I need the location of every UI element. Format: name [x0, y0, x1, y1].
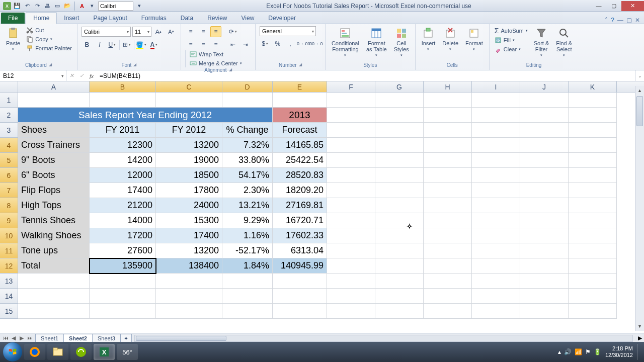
- cell-H1[interactable]: [424, 93, 472, 108]
- cell-D4[interactable]: 7.32%: [222, 138, 273, 153]
- cell-E1[interactable]: [273, 93, 327, 108]
- sheet-last-icon[interactable]: ⏭: [26, 335, 33, 341]
- help-icon[interactable]: ?: [611, 17, 614, 24]
- taskbar-clock[interactable]: 2:18 PM 12/30/2012: [605, 345, 633, 358]
- column-header-H[interactable]: H: [424, 81, 472, 92]
- format-cells-button[interactable]: Format▾: [463, 26, 485, 52]
- cell-G5[interactable]: [375, 153, 424, 168]
- cell-C3[interactable]: FY 2012: [156, 123, 222, 138]
- cell-I8[interactable]: [472, 198, 520, 213]
- cell-C5[interactable]: 19000: [156, 153, 222, 168]
- cell-D15[interactable]: [222, 304, 273, 319]
- column-header-D[interactable]: D: [222, 81, 273, 92]
- cell-J1[interactable]: [520, 93, 569, 108]
- cell-F9[interactable]: [327, 213, 375, 228]
- align-middle-icon[interactable]: ≡: [198, 26, 209, 37]
- cell-H11[interactable]: [424, 243, 472, 258]
- fill-color-icon[interactable]: 🪣: [136, 39, 147, 50]
- cell-K13[interactable]: [569, 274, 617, 289]
- cell-H3[interactable]: [424, 123, 472, 138]
- cell-A12[interactable]: Total: [18, 258, 90, 274]
- file-tab[interactable]: File: [1, 13, 25, 24]
- cell-D11[interactable]: -52.17%: [222, 243, 273, 258]
- cell-C1[interactable]: [156, 93, 222, 108]
- row-header-2[interactable]: 2: [0, 108, 18, 123]
- cell-I5[interactable]: [472, 153, 520, 168]
- column-header-E[interactable]: E: [273, 81, 327, 92]
- align-left-icon[interactable]: ≡: [185, 39, 196, 50]
- cell-J14[interactable]: [520, 289, 569, 304]
- tab-page-layout[interactable]: Page Layout: [86, 13, 134, 24]
- cell-I1[interactable]: [472, 93, 520, 108]
- format-as-table-button[interactable]: Format as Table▾: [364, 26, 389, 58]
- cell-J15[interactable]: [520, 304, 569, 319]
- name-box[interactable]: B12: [0, 70, 66, 81]
- cell-E2[interactable]: 2013: [273, 108, 327, 123]
- sheet-tab-1[interactable]: Sheet1: [35, 334, 64, 342]
- cell-D1[interactable]: [222, 93, 273, 108]
- qat-dropdown2-icon[interactable]: ▾: [135, 2, 143, 10]
- cell-B13[interactable]: [90, 274, 156, 289]
- cell-K6[interactable]: [569, 168, 617, 183]
- cell-J6[interactable]: [520, 168, 569, 183]
- cell-B8[interactable]: 21200: [90, 198, 156, 213]
- cell-C8[interactable]: 24000: [156, 198, 222, 213]
- tab-home[interactable]: Home: [26, 12, 57, 24]
- cell-H15[interactable]: [424, 304, 472, 319]
- cell-A5[interactable]: 9" Boots: [18, 153, 90, 168]
- sheet-tab-3[interactable]: Sheet3: [92, 334, 121, 342]
- cell-G14[interactable]: [375, 289, 424, 304]
- paste-button[interactable]: Paste ▾: [4, 26, 22, 52]
- cell-B5[interactable]: 14200: [90, 153, 156, 168]
- cell-J2[interactable]: [520, 108, 569, 123]
- cell-I4[interactable]: [472, 138, 520, 153]
- new-sheet-button[interactable]: ✦: [120, 334, 132, 343]
- cell-F15[interactable]: [327, 304, 375, 319]
- cell-B1[interactable]: [90, 93, 156, 108]
- cell-A14[interactable]: [18, 289, 90, 304]
- cell-G9[interactable]: [375, 213, 424, 228]
- cell-H12[interactable]: [424, 258, 472, 274]
- cell-B10[interactable]: 17200: [90, 228, 156, 243]
- cell-styles-button[interactable]: Cell Styles▾: [392, 26, 411, 58]
- cell-K11[interactable]: [569, 243, 617, 258]
- row-header-1[interactable]: 1: [0, 93, 18, 108]
- taskbar-app-icon[interactable]: [70, 344, 92, 360]
- cell-J7[interactable]: [520, 183, 569, 198]
- column-header-K[interactable]: K: [569, 81, 617, 92]
- number-dialog-icon[interactable]: ◢: [299, 62, 302, 68]
- row-header-15[interactable]: 15: [0, 304, 18, 319]
- font-dialog-icon[interactable]: ◢: [133, 62, 136, 68]
- cell-I9[interactable]: [472, 213, 520, 228]
- cell-E5[interactable]: 25422.54: [273, 153, 327, 168]
- tab-data[interactable]: Data: [174, 13, 200, 24]
- row-header-3[interactable]: 3: [0, 123, 18, 138]
- cell-E11[interactable]: 6313.04: [273, 243, 327, 258]
- cell-C7[interactable]: 17800: [156, 183, 222, 198]
- cell-B4[interactable]: 12300: [90, 138, 156, 153]
- insert-cells-button[interactable]: Insert▾: [420, 26, 438, 52]
- cell-I6[interactable]: [472, 168, 520, 183]
- cell-E7[interactable]: 18209.20: [273, 183, 327, 198]
- cell-I15[interactable]: [472, 304, 520, 319]
- vscroll-thumb[interactable]: [636, 96, 643, 126]
- grow-font-icon[interactable]: A▴: [153, 26, 164, 37]
- cell-G11[interactable]: [375, 243, 424, 258]
- increase-indent-icon[interactable]: ⇥: [240, 39, 251, 50]
- clear-button[interactable]: Clear▾: [494, 45, 529, 53]
- column-header-A[interactable]: A: [18, 81, 90, 92]
- cell-E3[interactable]: Forecast: [273, 123, 327, 138]
- cell-A7[interactable]: Flip Flops: [18, 183, 90, 198]
- qat-font-combo[interactable]: Calibri: [98, 2, 133, 11]
- tab-view[interactable]: View: [234, 13, 262, 24]
- bold-icon[interactable]: B: [82, 39, 93, 50]
- select-all-corner[interactable]: [0, 81, 18, 92]
- column-header-C[interactable]: C: [156, 81, 222, 92]
- row-header-4[interactable]: 4: [0, 138, 18, 153]
- hscroll-right-icon[interactable]: ▶: [636, 335, 644, 341]
- cell-F12[interactable]: [327, 258, 375, 274]
- sheet-first-icon[interactable]: ⏮: [2, 335, 9, 341]
- minimize-button[interactable]: —: [591, 1, 606, 11]
- tray-network-icon[interactable]: 📶: [575, 348, 582, 355]
- cell-G7[interactable]: [375, 183, 424, 198]
